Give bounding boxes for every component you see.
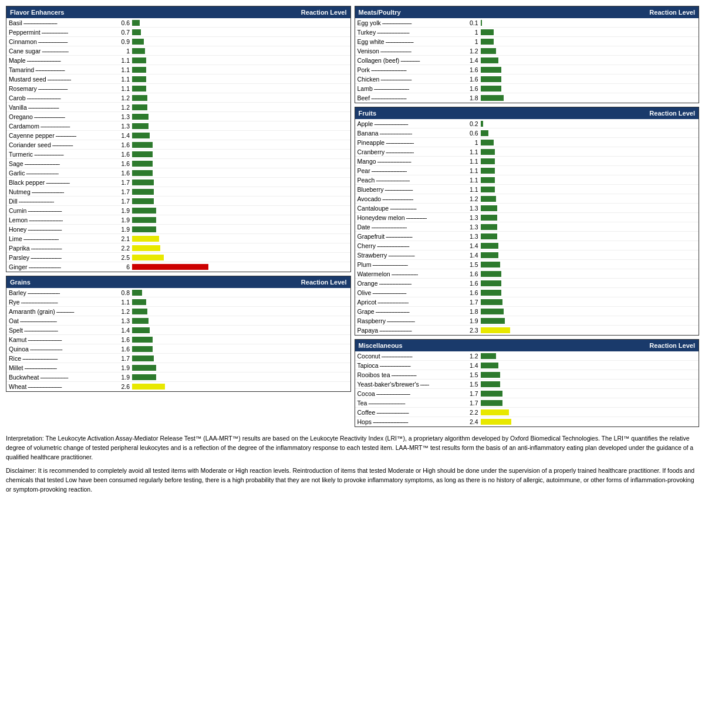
table-row: Maple ----------------------- 1.1 (6, 56, 350, 65)
dots: -------------------- (34, 66, 65, 73)
bar-container (481, 95, 697, 101)
table-row: Oregano --------------------- 1.3 (6, 112, 350, 121)
table-row: Collagen (beef) ------------- 1.4 (355, 56, 699, 65)
table-row: Lime ------------------------ 2.1 (6, 234, 350, 243)
item-value: 1.1 (114, 66, 132, 73)
item-value: 1.7 (463, 390, 481, 397)
bar (481, 29, 494, 35)
table-row: Papaya ---------------------- 2.3 (355, 326, 699, 335)
dots: --------------------- (27, 104, 59, 111)
bar-container (481, 187, 697, 192)
table-row: Tamarind -------------------- 1.1 (6, 65, 350, 75)
item-name: Rye ------------------------- (9, 299, 114, 306)
bar-container (132, 95, 348, 101)
bar (132, 67, 146, 73)
bar (481, 158, 495, 164)
bar-container (132, 290, 348, 296)
dots: ------------------------ (22, 235, 59, 242)
bar-container (132, 29, 348, 35)
bar-container (132, 114, 348, 120)
dots: -------------- (55, 132, 76, 139)
item-name: Dill ------------------------ (9, 198, 114, 205)
item-value: 1.3 (463, 205, 481, 212)
section-title-fruits: Fruits (359, 110, 527, 117)
bar (481, 67, 501, 73)
bar (481, 262, 500, 268)
section-fruits: Fruits Reaction Level Apple ------------… (355, 107, 700, 336)
item-name: Olive ----------------------- (357, 289, 463, 296)
table-row: Cantaloupe ------------------ 1.3 (355, 204, 699, 213)
bar (481, 57, 498, 63)
table-row: Cherry ---------------------- 1.4 (355, 241, 699, 250)
item-value: 1.6 (463, 280, 481, 287)
item-value: 1.7 (463, 299, 481, 306)
table-row: Turmeric -------------------- 1.6 (6, 150, 350, 159)
item-value: 0.6 (114, 19, 132, 26)
item-name: Watermelon ------------------ (357, 270, 463, 277)
item-value: 1.6 (114, 336, 132, 343)
table-row: Oat ------------------------- 1.3 (6, 316, 350, 326)
item-value: 1.1 (463, 158, 481, 165)
bar (481, 363, 498, 368)
item-value: 1.5 (463, 381, 481, 388)
table-row: Mustard seed ---------------- 1.1 (6, 75, 350, 84)
bar-container (132, 299, 348, 305)
section-col-miscellaneous: Reaction Level (527, 342, 695, 349)
table-row: Ginger ---------------------- 6 (6, 262, 350, 272)
item-name: Chicken --------------------- (357, 76, 463, 83)
dots: ------------------ (389, 205, 416, 212)
bar (132, 151, 153, 157)
table-row: Nutmeg ---------------------- 1.7 (6, 187, 350, 197)
item-name: Plum ------------------------ (357, 261, 463, 268)
item-value: 1.7 (463, 399, 481, 407)
item-value: 1.4 (114, 132, 132, 139)
dots: ------------------ (387, 252, 414, 259)
bar-container (481, 57, 697, 63)
table-row: Date ------------------------ 1.3 (355, 222, 699, 232)
item-value: 1.1 (463, 177, 481, 184)
item-name: Orange ---------------------- (357, 280, 463, 287)
dots: ------------------------ (372, 418, 408, 425)
bar (132, 374, 156, 380)
item-value: 1.8 (463, 94, 481, 101)
bar-container (481, 76, 697, 82)
bar-container (132, 48, 348, 54)
bar-container (132, 318, 348, 324)
dots: ---------------------- (25, 170, 58, 177)
bar (481, 76, 501, 82)
item-value: 1.3 (463, 233, 481, 240)
item-name: Nutmeg ---------------------- (9, 188, 114, 195)
item-value: 1.6 (463, 85, 481, 92)
dots: ------------------ (390, 270, 418, 277)
bar (481, 419, 511, 425)
dots: ---------------------- (26, 289, 60, 296)
bar (132, 198, 154, 204)
bar-container (481, 39, 697, 45)
dots: ------------------ (41, 48, 68, 55)
dots: -------------- (405, 214, 427, 221)
table-row: Buckwheat ------------------- 1.9 (6, 373, 350, 382)
item-name: Amaranth (grain) ------------ (9, 308, 114, 315)
bar-container (132, 142, 348, 148)
bar (132, 180, 154, 185)
item-value: 0.7 (114, 29, 132, 36)
item-name: Blueberry ------------------- (357, 186, 463, 193)
table-row: Rice ------------------------ 1.7 (6, 354, 350, 363)
bar-container (481, 419, 697, 425)
dots: ------------------------ (370, 224, 407, 231)
dots: ---------------- (46, 76, 71, 83)
item-name: Vanilla --------------------- (9, 104, 114, 111)
bar-container (132, 264, 348, 270)
item-value: 1 (463, 38, 481, 45)
item-name: Spelt ----------------------- (9, 327, 114, 334)
item-name: Lemon ----------------------- (9, 216, 114, 224)
item-value: 1.7 (114, 179, 132, 186)
dots: ------------------------ (370, 66, 406, 73)
item-name: Mango ----------------------- (357, 158, 463, 165)
bar-container (132, 104, 348, 110)
dots: ------------------- (384, 148, 413, 155)
dots: ------------------- (39, 374, 68, 381)
bar (481, 252, 498, 258)
bar (481, 290, 501, 296)
item-name: Wheat ----------------------- (9, 383, 114, 390)
